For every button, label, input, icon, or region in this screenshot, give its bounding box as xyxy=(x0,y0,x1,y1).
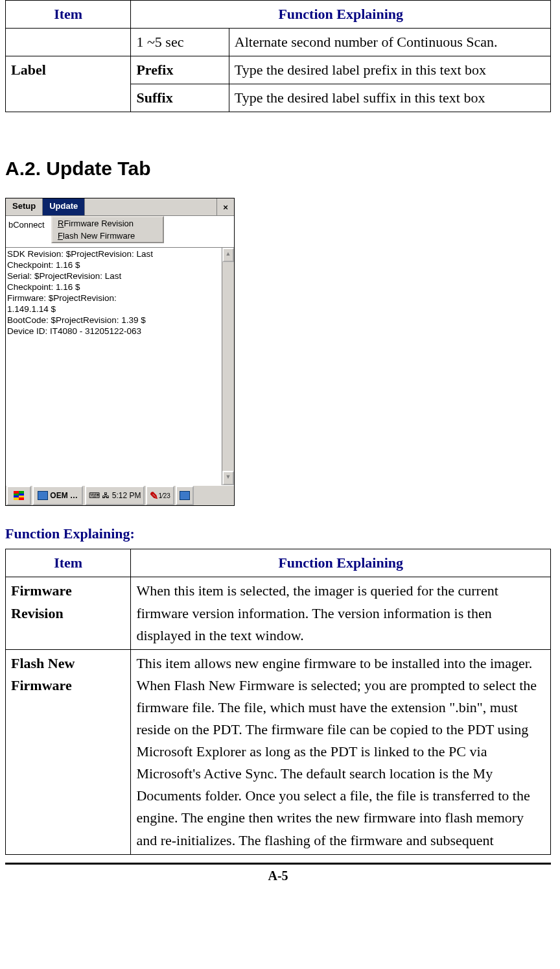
app-icon xyxy=(38,491,48,500)
settings-table: Item Function Explaining 1 ~5 sec Altern… xyxy=(5,0,551,112)
menu-item-flash-new-firmware[interactable]: Flash New Firmware xyxy=(52,230,163,242)
scroll-up-icon[interactable]: ▲ xyxy=(222,248,234,262)
taskbar: OEM … ⌨ 🖧 5:12 PM ✎1⁄23 xyxy=(6,485,234,505)
network-icon: 🖧 xyxy=(102,491,110,500)
tab-update[interactable]: Update xyxy=(43,198,85,215)
update-menu: RFirmware Revision Flash New Firmware xyxy=(51,216,164,243)
subheading: Function Explaining: xyxy=(5,525,551,542)
taskbar-app-label: OEM … xyxy=(50,491,78,500)
cell-desc: Alternate second number of Continuous Sc… xyxy=(229,29,550,56)
cell-desc: Type the desired label prefix in this te… xyxy=(229,56,550,84)
taskbar-app-button[interactable]: OEM … xyxy=(32,486,83,505)
windows-logo-icon xyxy=(14,491,24,500)
table-row: Flash New Firmware This item allows new … xyxy=(6,649,551,854)
col-header-item: Item xyxy=(6,1,131,29)
cell-desc: When this item is selected, the imager i… xyxy=(131,577,551,649)
cell-desc: Type the desired label suffix in this te… xyxy=(229,84,550,112)
scroll-down-icon[interactable]: ▼ xyxy=(222,471,234,485)
device-screenshot: Setup Update × bConnect RFirmware Revisi… xyxy=(5,198,235,506)
table-row: Label Prefix Type the desired label pref… xyxy=(6,56,551,84)
col-header-item: Item xyxy=(6,549,131,577)
cell-option: Suffix xyxy=(131,84,229,112)
keyboard-icon: ⌨ xyxy=(89,491,100,500)
cascade-windows-button[interactable] xyxy=(176,486,194,505)
function-table: Item Function Explaining Firmware Revisi… xyxy=(5,549,551,854)
systray[interactable]: ⌨ 🖧 5:12 PM xyxy=(85,486,145,505)
footer-rule xyxy=(5,863,551,865)
calendar-date: 1⁄23 xyxy=(158,492,170,499)
close-button[interactable]: × xyxy=(216,198,234,215)
cell-item xyxy=(6,29,131,56)
cell-item: Flash New Firmware xyxy=(6,649,131,854)
tab-setup[interactable]: Setup xyxy=(6,198,43,215)
table-row: 1 ~5 sec Alternate second number of Cont… xyxy=(6,29,551,56)
windows-icon xyxy=(180,491,190,500)
clock: 5:12 PM xyxy=(112,491,141,500)
cell-option: Prefix xyxy=(131,56,229,84)
cell-desc: This item allows new engine firmware to … xyxy=(131,649,551,854)
cell-item: Firmware Revision xyxy=(6,577,131,649)
start-button[interactable] xyxy=(6,486,31,505)
table-row: Firmware Revision When this item is sele… xyxy=(6,577,551,649)
cell-item-label: Label xyxy=(6,56,131,112)
info-textarea: SDK Revision: $ProjectRevision: Last Che… xyxy=(6,247,234,485)
section-heading: A.2. Update Tab xyxy=(5,158,551,180)
col-header-func: Function Explaining xyxy=(131,1,551,29)
pen-icon: ✎ xyxy=(150,490,158,502)
menu-item-firmware-revision[interactable]: RFirmware Revision xyxy=(52,217,163,230)
scrollbar[interactable]: ▲ ▼ xyxy=(222,248,234,485)
page-number: A-5 xyxy=(5,868,551,883)
col-header-func: Function Explaining xyxy=(131,549,551,577)
cell-option: 1 ~5 sec xyxy=(131,29,229,56)
tab-bar: Setup Update × xyxy=(6,198,234,216)
info-text: SDK Revision: $ProjectRevision: Last Che… xyxy=(6,248,222,485)
calendar-button[interactable]: ✎1⁄23 xyxy=(146,486,174,505)
